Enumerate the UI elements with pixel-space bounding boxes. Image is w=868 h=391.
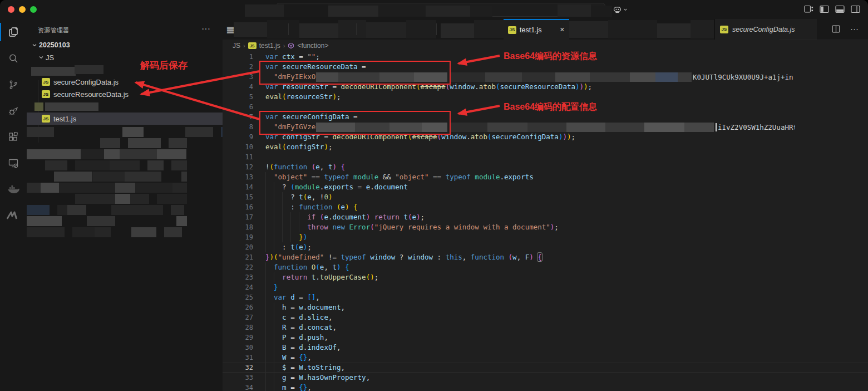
toggle-secondary-sidebar-icon[interactable] — [851, 5, 860, 13]
annotation-resource-note: Base64编码的资源信息 — [504, 51, 597, 62]
sidebar-item-explorer[interactable] — [0, 19, 27, 45]
code-line[interactable]: 17 if (e.document) return t(e); — [223, 212, 868, 222]
symbol-function-icon — [288, 42, 294, 49]
sidebar-item-extensions[interactable] — [0, 124, 27, 150]
toggle-panel-icon[interactable] — [835, 5, 845, 13]
explorer-panel: 资源管理器 ··· 20250103 JS JS — [27, 19, 223, 391]
line-number: 31 — [223, 353, 253, 363]
tab-label: test1.js — [520, 26, 542, 34]
annotation-box-config — [259, 111, 451, 135]
base64-fragment-line3: K0JUTl9CUk9XU0U9J+a1j+in — [693, 72, 795, 82]
vscode-window: 资源管理器 ··· 20250103 JS JS — [0, 0, 868, 391]
line-number: 1 — [223, 52, 253, 62]
line-number: 26 — [223, 302, 253, 312]
line-number: 9 — [223, 132, 253, 142]
split-editor-icon[interactable] — [832, 25, 840, 33]
code-line[interactable]: 21})("undefined" != typeof window ? wind… — [223, 252, 868, 262]
sidebar-item-search[interactable] — [0, 45, 27, 71]
chevron-down-icon — [623, 7, 628, 12]
code-line[interactable]: 34 m = {}, — [223, 383, 868, 391]
code-line[interactable]: 11 — [223, 152, 868, 162]
breadcrumb-item-folder[interactable]: JS — [233, 42, 240, 50]
annotation-config-note: Base64编码的配置信息 — [504, 101, 597, 113]
base64-fragment-line8: iIvZ2V0SW1hZ2UuaHRt — [718, 123, 795, 132]
line-number: 7 — [223, 112, 253, 122]
code-line[interactable]: 20 : t(e); — [223, 242, 868, 252]
sidebar-item-remote-explorer[interactable] — [0, 150, 27, 176]
sidebar-item-source-control[interactable] — [0, 71, 27, 97]
code-line[interactable]: 32 $ = W.toString, — [223, 363, 868, 373]
sidebar-item-m-logo[interactable] — [0, 202, 27, 228]
code-line[interactable]: 13 "object" == typeof module && "object"… — [223, 172, 868, 182]
close-window-button[interactable] — [8, 6, 14, 13]
code-line[interactable]: 15 ? t(e, !0) — [223, 192, 868, 202]
line-number: 2 — [223, 62, 253, 72]
code-line[interactable]: 26 h = w.document, — [223, 302, 868, 312]
line-number: 16 — [223, 202, 253, 212]
code-line[interactable]: 30 B = d.indexOf, — [223, 343, 868, 353]
copilot-icon — [613, 5, 622, 14]
tab-test1[interactable]: JS test1.js ✕ — [504, 19, 569, 40]
line-number: 3 — [223, 72, 253, 82]
code-line[interactable]: 10eval(configStr); — [223, 142, 868, 152]
activity-bar — [0, 19, 27, 391]
close-tab-icon[interactable]: ✕ — [560, 26, 565, 33]
tab-bar: ▬▬▬ JS test1.js ✕ JS secureConfigData.js… — [223, 19, 868, 40]
breadcrumb: JS › JS test1.js › <function> — [223, 40, 779, 52]
js-file-icon: JS — [508, 26, 516, 34]
code-line[interactable]: 12!(function (e, t) { — [223, 162, 868, 172]
line-number: 30 — [223, 343, 253, 353]
line-number: 8 — [223, 122, 253, 132]
line-number: 20 — [223, 242, 253, 252]
line-number: 14 — [223, 182, 253, 192]
remote-explorer-icon — [7, 157, 19, 169]
customize-layout-icon[interactable] — [804, 5, 813, 13]
code-line[interactable]: 27 c = d.slice, — [223, 312, 868, 322]
breadcrumb-item-symbol[interactable]: <function> — [297, 42, 328, 50]
code-line[interactable]: 19 }) — [223, 232, 868, 242]
code-line[interactable]: 33 g = W.hasOwnProperty, — [223, 373, 868, 383]
code-line[interactable]: 23 return t.toUpperCase(); — [223, 272, 868, 282]
copilot-menu[interactable] — [613, 4, 629, 14]
annotation-decode-note: 解码后保存 — [140, 59, 188, 72]
line-number: 32 — [223, 363, 253, 373]
run-debug-icon — [7, 105, 19, 117]
line-number: 13 — [223, 172, 253, 182]
breadcrumb-item-file[interactable]: test1.js — [259, 42, 280, 50]
sidebar-item-run-debug[interactable] — [0, 97, 27, 124]
line-number: 6 — [223, 102, 253, 112]
docker-icon — [7, 183, 20, 196]
code-line[interactable]: 25 var d = [], — [223, 292, 868, 302]
code-line[interactable]: 14 ? (module.exports = e.document — [223, 182, 868, 192]
minimize-window-button[interactable] — [19, 6, 26, 13]
sidebar-item-docker[interactable] — [0, 176, 27, 202]
toggle-primary-sidebar-icon[interactable] — [820, 5, 829, 13]
search-icon — [7, 52, 19, 65]
line-number: 10 — [223, 142, 253, 152]
zoom-window-button[interactable] — [30, 6, 37, 13]
code-line[interactable]: 16 : function (e) { — [223, 202, 868, 212]
tab-secureconfigdata[interactable]: JS secureConfigData.js — [714, 19, 817, 40]
code-line[interactable]: 24 } — [223, 282, 868, 292]
line-number: 33 — [223, 373, 253, 383]
code-line[interactable]: 18 throw new Error("jQuery requires a wi… — [223, 222, 868, 232]
line-number: 23 — [223, 272, 253, 282]
code-line[interactable]: 28 R = d.concat, — [223, 322, 868, 333]
chevron-right-icon: › — [283, 42, 285, 49]
source-control-icon — [7, 79, 19, 91]
annotation-box-resource — [259, 61, 451, 85]
line-number: 22 — [223, 262, 253, 272]
code-line[interactable]: 22 function O(e, t) { — [223, 262, 868, 272]
text-cursor — [716, 123, 717, 131]
line-number: 19 — [223, 232, 253, 242]
code-line[interactable]: 5eval(resourceStr); — [223, 92, 868, 102]
line-number: 24 — [223, 282, 253, 292]
line-number: 21 — [223, 252, 253, 262]
code-line[interactable]: 31 W = {}, — [223, 353, 868, 363]
line-number: 18 — [223, 222, 253, 232]
tab-list-icon[interactable]: ▬▬▬ — [227, 26, 234, 32]
code-line[interactable]: 29 P = d.push, — [223, 333, 868, 343]
extensions-icon — [7, 131, 19, 143]
line-number: 11 — [223, 152, 253, 162]
editor-more-actions-button[interactable]: ··· — [850, 24, 859, 33]
